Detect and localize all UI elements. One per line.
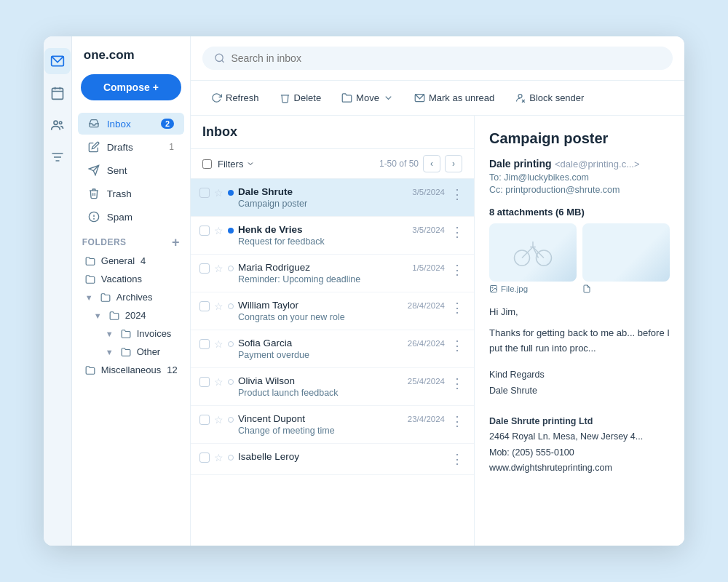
search-input[interactable] [231,52,661,64]
mark-unread-button[interactable]: Mark as unread [405,88,503,108]
email-more-button[interactable]: ⋮ [449,186,465,202]
email-date: 28/4/2024 [408,301,445,310]
search-box[interactable] [202,47,673,70]
svg-rect-1 [52,88,63,99]
other-label: Other [137,346,161,357]
star-icon[interactable]: ☆ [214,300,223,312]
sidebar-item-inbox[interactable]: Inbox 2 [78,113,184,135]
email-subject: Product launch feedback [238,388,397,398]
email-content: Inbox Filters 1-50 of 50 ‹ › [191,116,684,546]
email-more-button[interactable]: ⋮ [449,338,465,354]
filter-row: Filters 1-50 of 50 ‹ › [191,149,474,179]
mail-icon[interactable] [44,48,71,74]
email-row[interactable]: ☆ Dale Shrute Campaign poster 3/5/2024 ⋮ [191,179,474,217]
sidebar-item-sent[interactable]: Sent [78,159,184,181]
read-indicator [228,341,234,347]
read-indicator [228,303,234,309]
compose-button[interactable]: Compose + [81,74,181,100]
detail-panel: Campaign poster Dale printing <dale@prin… [475,116,684,546]
email-from: William Taylor [238,300,397,311]
contacts-icon[interactable] [44,112,71,138]
delete-button[interactable]: Delete [271,88,331,108]
folder-archives[interactable]: ▼ Archives [72,288,190,306]
star-icon[interactable]: ☆ [214,263,223,274]
email-row[interactable]: ☆ Henk de Vries Request for feedback 3/5… [191,217,474,255]
email-row[interactable]: ☆ William Taylor Congrats on your new ro… [191,292,474,330]
email-more-button[interactable]: ⋮ [449,375,465,391]
2024-label: 2024 [125,310,146,321]
folders-header: Folders + [72,228,190,252]
move-button[interactable]: Move [333,88,403,108]
star-icon[interactable]: ☆ [214,338,223,350]
email-checkbox[interactable] [199,188,210,198]
folder-miscellaneous[interactable]: Miscellaneous 12 [72,361,190,379]
folder-2024[interactable]: ▼ 2024 [72,306,190,324]
email-checkbox[interactable] [199,301,210,311]
image-icon [489,284,498,293]
add-folder-icon[interactable]: + [172,236,180,249]
email-row[interactable]: ☆ Isabelle Leroy ⋮ [191,444,474,475]
calendar-icon[interactable] [44,80,71,106]
next-page-button[interactable]: › [445,155,462,172]
settings-icon[interactable] [44,144,71,170]
email-more-button[interactable]: ⋮ [449,451,465,467]
sidebar-item-drafts[interactable]: Drafts 1 [78,136,184,158]
attachments-container: File.jpg [489,223,670,293]
inbox-label: Inbox [107,119,131,129]
star-icon[interactable]: ☆ [214,187,223,199]
email-row[interactable]: ☆ Vincent Dupont Change of meeting time … [191,406,474,444]
detail-from-email: <dale@printing.c...> [555,159,640,170]
email-subject: Reminder: Upcoming deadline [238,274,402,284]
email-more-button[interactable]: ⋮ [449,224,465,240]
app-logo: one.com [72,48,190,74]
block-icon [515,92,526,103]
attachment-item[interactable]: File.jpg [489,223,577,293]
star-icon[interactable]: ☆ [214,414,223,426]
select-all-checkbox[interactable] [202,159,212,169]
prev-page-button[interactable]: ‹ [423,155,440,172]
sidebar-item-trash[interactable]: Trash [78,183,184,204]
email-row[interactable]: ☆ Maria Rodriguez Reminder: Upcoming dea… [191,255,474,292]
refresh-button[interactable]: Refresh [202,88,268,108]
email-row[interactable]: ☆ Olivia Wilson Product launch feedback … [191,368,474,406]
folder-general[interactable]: General 4 [72,252,190,270]
star-icon[interactable]: ☆ [214,452,223,463]
email-from: Olivia Wilson [238,375,397,386]
top-bar [191,36,684,81]
email-subject: Request for feedback [238,236,402,247]
email-checkbox[interactable] [199,263,210,274]
sender-info: Dale printing <dale@printing.c...> [489,157,670,170]
star-icon[interactable]: ☆ [214,376,223,388]
email-more-button[interactable]: ⋮ [449,262,465,278]
mail-icon [414,92,425,103]
filters-button[interactable] [202,159,212,169]
email-checkbox[interactable] [199,415,210,425]
folder-other[interactable]: ▼ Other [72,343,190,361]
attachment-name: File.jpg [489,284,577,293]
email-from: Isabelle Leroy [238,451,445,462]
icon-rail [44,36,72,546]
detail-body: Hi Jim, Thanks for getting back to me ab… [489,305,670,356]
email-row[interactable]: ☆ Sofia Garcia Payment overdue 26/4/2024… [191,330,474,368]
email-date: 3/5/2024 [412,188,445,196]
filter-dropdown[interactable]: Filters [218,159,255,170]
folder-invoices[interactable]: ▼ Invoices [72,324,190,343]
bike-image [511,231,555,274]
email-date: 23/4/2024 [408,415,445,423]
email-more-button[interactable]: ⋮ [449,300,465,316]
email-checkbox[interactable] [199,339,210,349]
trash-label: Trash [107,188,132,199]
email-from: Dale Shrute [238,186,402,197]
sent-label: Sent [107,165,127,176]
email-more-button[interactable]: ⋮ [449,413,465,429]
email-checkbox[interactable] [199,453,210,463]
block-sender-button[interactable]: Block sender [506,88,593,108]
email-date: 3/5/2024 [412,226,445,234]
star-icon[interactable]: ☆ [214,225,223,236]
attachment-item-2[interactable] [582,223,670,293]
email-checkbox[interactable] [199,377,210,387]
email-subject: Payment overdue [238,350,397,360]
sidebar-item-spam[interactable]: Spam [78,206,184,228]
email-checkbox[interactable] [199,226,210,236]
folder-vacations[interactable]: Vacations [72,270,190,288]
